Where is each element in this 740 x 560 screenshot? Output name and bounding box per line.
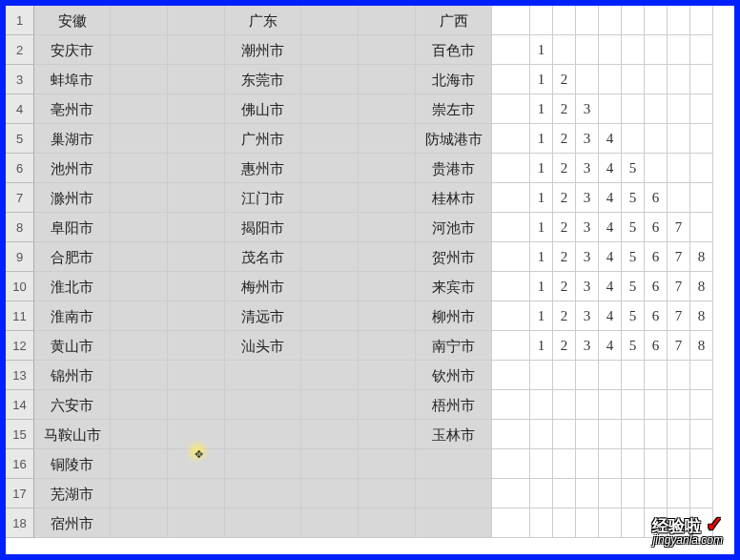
cell-number[interactable]: 5 — [622, 301, 645, 331]
cell-number[interactable] — [599, 390, 622, 420]
cell-number[interactable]: 4 — [599, 124, 622, 154]
cell-number[interactable] — [645, 35, 668, 65]
cell-province-b[interactable]: 佛山市 — [225, 94, 301, 124]
cell-empty[interactable] — [168, 65, 225, 94]
row-header[interactable]: 11 — [6, 301, 34, 331]
cell-blank[interactable] — [492, 390, 530, 420]
cell-province-b[interactable]: 江门市 — [225, 183, 301, 213]
cell-number[interactable]: 4 — [599, 272, 622, 301]
cell-empty[interactable] — [111, 213, 168, 242]
row-header[interactable]: 12 — [6, 331, 34, 361]
cell-number[interactable] — [622, 479, 645, 508]
cell-number[interactable] — [530, 361, 553, 390]
cell-number[interactable]: 2 — [553, 94, 576, 124]
cell-number[interactable] — [622, 65, 645, 94]
cell-number[interactable] — [622, 390, 645, 420]
cell-number[interactable] — [576, 390, 599, 420]
cell-number[interactable] — [645, 479, 668, 508]
row-header[interactable]: 16 — [6, 449, 34, 479]
cell-number[interactable] — [645, 420, 668, 449]
cell-province-c[interactable]: 来宾市 — [416, 272, 492, 301]
cell-number[interactable] — [553, 6, 576, 35]
cell-number[interactable] — [622, 420, 645, 449]
cell-province-c[interactable]: 贵港市 — [416, 154, 492, 183]
cell-number[interactable] — [690, 479, 713, 508]
cell-number[interactable]: 1 — [530, 124, 553, 154]
cell-number[interactable] — [576, 449, 599, 479]
cell-number[interactable] — [622, 94, 645, 124]
cell-number[interactable] — [645, 65, 668, 94]
cell-number[interactable]: 5 — [622, 213, 645, 242]
cell-number[interactable] — [690, 390, 713, 420]
cell-number[interactable] — [645, 124, 668, 154]
cell-number[interactable] — [668, 35, 690, 65]
cell-province-b[interactable]: 广州市 — [225, 124, 301, 154]
cell-number[interactable] — [622, 124, 645, 154]
row-header[interactable]: 14 — [6, 390, 34, 420]
cell-province-b[interactable]: 揭阳市 — [225, 213, 301, 242]
cell-number[interactable]: 2 — [553, 331, 576, 361]
cell-number[interactable] — [599, 65, 622, 94]
cell-province-a[interactable]: 铜陵市 — [34, 449, 111, 479]
cell-province-b[interactable]: 广东 — [225, 6, 301, 35]
cell-number[interactable] — [690, 361, 713, 390]
cell-province-b[interactable]: 东莞市 — [225, 65, 301, 94]
cell-number[interactable]: 8 — [690, 301, 713, 331]
cell-number[interactable] — [668, 390, 690, 420]
cell-number[interactable] — [690, 213, 713, 242]
cell-province-c[interactable] — [416, 449, 492, 479]
cell-number[interactable]: 3 — [576, 183, 599, 213]
cell-empty[interactable] — [359, 390, 416, 420]
cell-number[interactable] — [668, 94, 690, 124]
cell-number[interactable]: 5 — [622, 242, 645, 272]
cell-blank[interactable] — [492, 420, 530, 449]
cell-province-c[interactable]: 广西 — [416, 6, 492, 35]
cell-province-a[interactable]: 合肥市 — [34, 242, 111, 272]
row-header[interactable]: 9 — [6, 242, 34, 272]
cell-number[interactable] — [599, 449, 622, 479]
cell-number[interactable] — [690, 6, 713, 35]
row-header[interactable]: 7 — [6, 183, 34, 213]
cell-number[interactable] — [690, 94, 713, 124]
cell-province-c[interactable]: 北海市 — [416, 65, 492, 94]
cell-number[interactable]: 4 — [599, 331, 622, 361]
cell-number[interactable] — [530, 6, 553, 35]
cell-number[interactable] — [553, 35, 576, 65]
cell-number[interactable] — [576, 361, 599, 390]
cell-number[interactable]: 6 — [645, 331, 668, 361]
cell-province-a[interactable]: 淮南市 — [34, 301, 111, 331]
cell-province-c[interactable]: 南宁市 — [416, 331, 492, 361]
cell-blank[interactable] — [492, 6, 530, 35]
cell-province-c[interactable]: 桂林市 — [416, 183, 492, 213]
cell-number[interactable]: 5 — [622, 154, 645, 183]
cell-number[interactable]: 4 — [599, 213, 622, 242]
cell-empty[interactable] — [168, 331, 225, 361]
cell-number[interactable]: 2 — [553, 272, 576, 301]
cell-blank[interactable] — [492, 479, 530, 508]
cell-province-b[interactable]: 惠州市 — [225, 154, 301, 183]
cell-number[interactable]: 2 — [553, 124, 576, 154]
cell-number[interactable] — [530, 449, 553, 479]
cell-number[interactable]: 1 — [530, 35, 553, 65]
cell-number[interactable]: 3 — [576, 242, 599, 272]
cell-number[interactable] — [622, 449, 645, 479]
cell-number[interactable] — [553, 361, 576, 390]
cell-blank[interactable] — [492, 154, 530, 183]
cell-province-c[interactable]: 贺州市 — [416, 242, 492, 272]
cell-blank[interactable] — [492, 508, 530, 538]
cell-empty[interactable] — [168, 213, 225, 242]
cell-empty[interactable] — [359, 272, 416, 301]
cell-province-b[interactable] — [225, 449, 301, 479]
cell-blank[interactable] — [492, 449, 530, 479]
cell-number[interactable]: 4 — [599, 242, 622, 272]
cell-empty[interactable] — [111, 154, 168, 183]
cell-number[interactable]: 7 — [668, 272, 690, 301]
cell-number[interactable] — [553, 479, 576, 508]
cell-empty[interactable] — [301, 479, 359, 508]
cell-empty[interactable] — [359, 508, 416, 538]
cell-province-a[interactable]: 滁州市 — [34, 183, 111, 213]
cell-empty[interactable] — [301, 183, 359, 213]
cell-empty[interactable] — [359, 361, 416, 390]
cell-number[interactable]: 3 — [576, 331, 599, 361]
cell-number[interactable] — [599, 479, 622, 508]
